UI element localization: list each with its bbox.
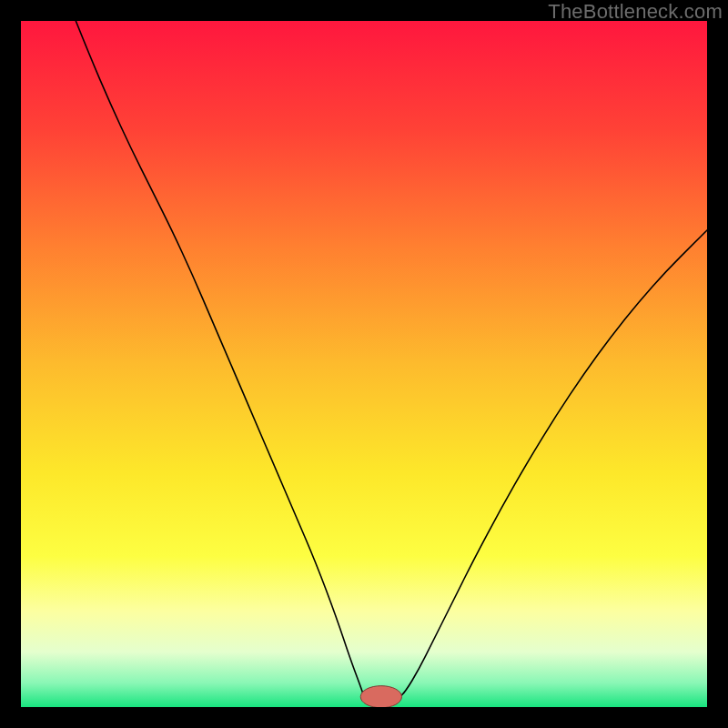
bottleneck-chart (21, 21, 707, 707)
watermark-text: TheBottleneck.com (548, 0, 723, 24)
chart-container: TheBottleneck.com (0, 0, 728, 728)
gradient-background (21, 21, 707, 707)
optimal-point-marker (360, 686, 401, 707)
plot-area (21, 21, 707, 707)
